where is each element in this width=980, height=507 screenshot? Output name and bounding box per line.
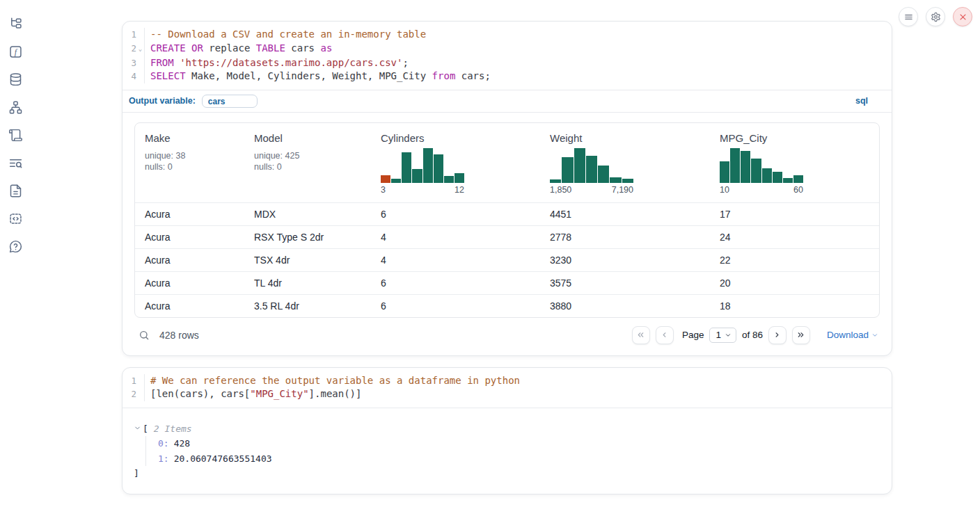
histogram-bars xyxy=(550,148,633,183)
sidebar-button-help[interactable] xyxy=(6,237,24,255)
next-page-button[interactable] xyxy=(768,326,787,344)
table-cell: 4 xyxy=(381,232,550,243)
code-token xyxy=(174,57,180,68)
help-icon xyxy=(8,239,23,254)
histogram-bar xyxy=(610,177,621,183)
table-row[interactable]: AcuraTSX 4dr4323022 xyxy=(135,248,879,271)
table-cell: TSX 4dr xyxy=(254,255,381,266)
settings-button[interactable] xyxy=(926,7,945,26)
sidebar-button-variables[interactable]: f xyxy=(6,42,24,61)
language-badge: sql xyxy=(855,96,868,106)
code-line: 1# We can reference the output variable … xyxy=(122,374,892,388)
column-header-cylinders[interactable]: Cylinders312 xyxy=(381,132,550,195)
tree-entry-key: 1: xyxy=(158,453,169,464)
table-cell: Acura xyxy=(145,277,254,289)
line-number-gutter: 2⌄ xyxy=(122,42,144,56)
code-text: -- Download a CSV and create an in-memor… xyxy=(144,28,426,42)
fold-chevron-icon[interactable]: ⌄ xyxy=(136,42,144,56)
table-cell: Acura xyxy=(145,232,254,243)
line-number: 1 xyxy=(131,374,136,388)
table-row[interactable]: AcuraTL 4dr6357520 xyxy=(135,271,879,294)
tree-entry-value: 20.060747663551403 xyxy=(174,453,272,464)
table-cell: 2778 xyxy=(550,232,720,243)
sidebar-button-datasources[interactable] xyxy=(6,70,24,88)
histogram-bar xyxy=(412,169,422,183)
sidebar-button-dependency-graph[interactable] xyxy=(6,98,24,116)
code-token: as xyxy=(320,42,332,54)
column-histogram: 1,8507,190 xyxy=(550,148,633,195)
table-cell: RSX Type S 2dr xyxy=(254,232,381,243)
last-page-button[interactable] xyxy=(792,326,810,344)
line-number: 3 xyxy=(131,56,136,70)
histogram-bar xyxy=(434,154,443,183)
sql-code-editor[interactable]: 1-- Download a CSV and create an in-memo… xyxy=(122,22,892,90)
dataframe-table: Makeunique: 38nulls: 0Modelunique: 425nu… xyxy=(134,122,880,318)
histogram-bar xyxy=(773,172,782,183)
line-number-gutter: 4 xyxy=(122,70,144,83)
sidebar-button-documentation[interactable] xyxy=(6,182,24,200)
sidebar-button-scratchpad[interactable] xyxy=(6,126,24,144)
histogram-bar xyxy=(550,179,561,183)
sidebar-panel: f xyxy=(6,15,24,255)
sql-cell: 1-- Download a CSV and create an in-memo… xyxy=(122,21,892,356)
code-line: 2[len(cars), cars["MPG_City"].mean()] xyxy=(122,387,892,401)
tree-entry: 1:20.060747663551403 xyxy=(158,451,880,467)
scratchpad-icon xyxy=(8,128,23,143)
table-row[interactable]: AcuraRSX Type S 2dr4277824 xyxy=(135,225,879,248)
line-number: 2 xyxy=(131,42,136,56)
menu-button[interactable] xyxy=(899,7,918,26)
chevron-down-icon xyxy=(725,332,732,339)
column-histogram: 1060 xyxy=(720,148,803,195)
histogram-bar xyxy=(793,175,803,183)
fold-slot xyxy=(136,374,144,388)
sidebar-button-snippets[interactable] xyxy=(6,209,24,227)
column-header-mpg_city[interactable]: MPG_City1060 xyxy=(720,132,869,195)
tree-entry-key: 0: xyxy=(158,438,169,449)
column-header-make[interactable]: Makeunique: 38nulls: 0 xyxy=(145,132,254,195)
output-variable-input[interactable] xyxy=(202,95,258,108)
download-button[interactable]: Download xyxy=(827,330,878,340)
fold-slot xyxy=(136,387,144,401)
table-row[interactable]: AcuraMDX6445117 xyxy=(135,202,879,225)
previous-page-button[interactable] xyxy=(656,326,674,344)
python-cell: 1# We can reference the output variable … xyxy=(122,367,892,494)
line-number-gutter: 1 xyxy=(122,28,144,42)
code-token: ].mean()] xyxy=(309,388,362,399)
column-name: Weight xyxy=(550,132,720,144)
search-icon[interactable] xyxy=(139,330,150,341)
table-cell: 24 xyxy=(720,232,869,243)
page-number-select[interactable]: 1 xyxy=(709,328,736,343)
column-header-weight[interactable]: Weight1,8507,190 xyxy=(550,132,720,195)
histogram-bar xyxy=(391,179,401,183)
collapse-chevron-icon[interactable] xyxy=(134,424,142,433)
sidebar-button-logs[interactable] xyxy=(6,154,24,172)
open-bracket: [ xyxy=(143,421,148,437)
first-page-button[interactable] xyxy=(632,326,650,344)
table-cell: 17 xyxy=(720,209,869,220)
close-button[interactable] xyxy=(953,7,972,26)
close-icon xyxy=(958,12,968,22)
histogram-bar xyxy=(423,148,433,183)
table-cell: TL 4dr xyxy=(254,277,381,289)
python-code-editor[interactable]: 1# We can reference the output variable … xyxy=(122,368,892,408)
code-token: -- Download a CSV and create an in-memor… xyxy=(150,29,426,40)
code-token: cars xyxy=(285,42,321,54)
column-name: Make xyxy=(145,132,254,144)
sidebar-button-file-tree[interactable] xyxy=(6,15,24,33)
code-line: 3FROM 'https://datasets.marimo.app/cars.… xyxy=(122,56,892,70)
table-cell: 4451 xyxy=(550,209,720,220)
tree-entry: 0:428 xyxy=(158,436,880,451)
code-token: Make, Model, Cylinders, Weight, MPG_City xyxy=(186,70,432,81)
table-row[interactable]: Acura3.5 RL 4dr6388018 xyxy=(135,294,879,317)
code-text: SELECT Make, Model, Cylinders, Weight, M… xyxy=(144,70,491,83)
close-bracket: ] xyxy=(134,466,880,481)
documentation-icon xyxy=(8,184,23,198)
table-header-row: Makeunique: 38nulls: 0Modelunique: 425nu… xyxy=(135,123,879,202)
code-token xyxy=(186,42,191,54)
axis-max-label: 60 xyxy=(793,185,803,195)
column-header-model[interactable]: Modelunique: 425nulls: 0 xyxy=(254,132,381,195)
table-cell: 6 xyxy=(381,277,550,289)
histogram-axis-labels: 1060 xyxy=(720,185,803,195)
histogram-bar xyxy=(455,173,464,183)
svg-text:f: f xyxy=(14,47,17,56)
